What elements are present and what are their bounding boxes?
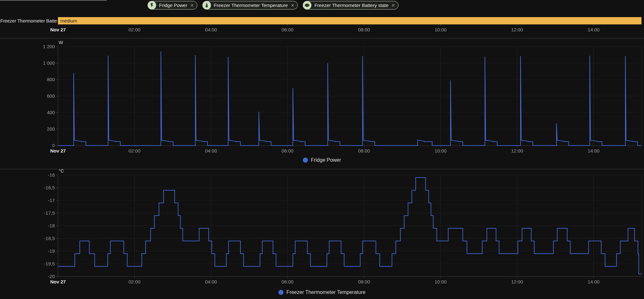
section-divider (0, 38, 644, 39)
timeline-axis-label: 06:00 (282, 27, 294, 32)
history-charts-canvas[interactable]: Nov 2702:0004:0006:0008:0010:0012:0014:0… (0, 0, 644, 299)
legend-label: Fridge Power (311, 157, 341, 163)
time-axis-label: Nov 27 (50, 148, 66, 153)
y-tick-label: 600 (47, 93, 55, 99)
y-tick-label: 1 000 (43, 60, 55, 66)
fridge-power-line[interactable] (58, 52, 642, 146)
y-tick-label: -19 (48, 248, 55, 254)
timeline-axis-label: 14:00 (588, 27, 600, 32)
time-axis-label: 06:00 (282, 148, 294, 153)
y-tick-label: -16,5 (44, 185, 55, 190)
y-tick-label: -18 (48, 223, 55, 228)
time-axis-label: 10:00 (435, 279, 447, 284)
y-tick-label: 800 (47, 77, 55, 82)
time-axis-label: 10:00 (435, 148, 447, 153)
timeline-axis-label: 04:00 (205, 27, 217, 32)
time-axis-label: 12:00 (511, 279, 523, 284)
timeline-axis-label: Nov 27 (50, 27, 66, 32)
y-tick-label: 0 (52, 143, 55, 148)
power-chart-legend[interactable]: Fridge Power (0, 157, 644, 163)
timeline-axis-label: 08:00 (358, 27, 370, 32)
y-tick-label: 1 200 (43, 44, 55, 49)
y-tick-label: -18,5 (44, 236, 55, 241)
time-axis-label: 04:00 (205, 148, 217, 153)
time-axis-label: 06:00 (282, 279, 294, 284)
timeline-axis-label: 12:00 (511, 27, 523, 32)
y-tick-label: -16 (48, 172, 55, 178)
y-tick-label: 400 (47, 110, 55, 115)
time-axis-label: 02:00 (129, 148, 141, 153)
y-tick-label: 200 (47, 126, 55, 132)
y-tick-label: -17,5 (44, 210, 55, 216)
legend-dot (278, 290, 284, 295)
time-axis-label: 08:00 (358, 279, 370, 284)
y-tick-label: -19,5 (44, 261, 55, 266)
timeline-axis-label: 10:00 (435, 27, 447, 32)
y-tick-label: -20 (48, 274, 55, 279)
axis-unit-label: W (59, 40, 63, 45)
timeline-axis-label: 02:00 (129, 27, 141, 32)
history-page: Fridge Power ✕ Freezer Thermometer Tempe… (0, 0, 644, 299)
temperature-chart-legend[interactable]: Freezer Thermometer Temperature (0, 289, 644, 295)
y-tick-label: -17 (48, 198, 55, 203)
time-axis-label: 08:00 (358, 148, 370, 153)
time-axis-label: 02:00 (129, 279, 141, 284)
legend-label: Freezer Thermometer Temperature (286, 289, 365, 295)
time-axis-label: 04:00 (205, 279, 217, 284)
legend-dot (303, 158, 308, 163)
time-axis-label: Nov 27 (50, 279, 66, 284)
time-axis-label: 14:00 (588, 279, 600, 284)
section-divider (0, 169, 644, 169)
time-axis-label: 14:00 (588, 148, 600, 153)
time-axis-label: 12:00 (511, 148, 523, 153)
